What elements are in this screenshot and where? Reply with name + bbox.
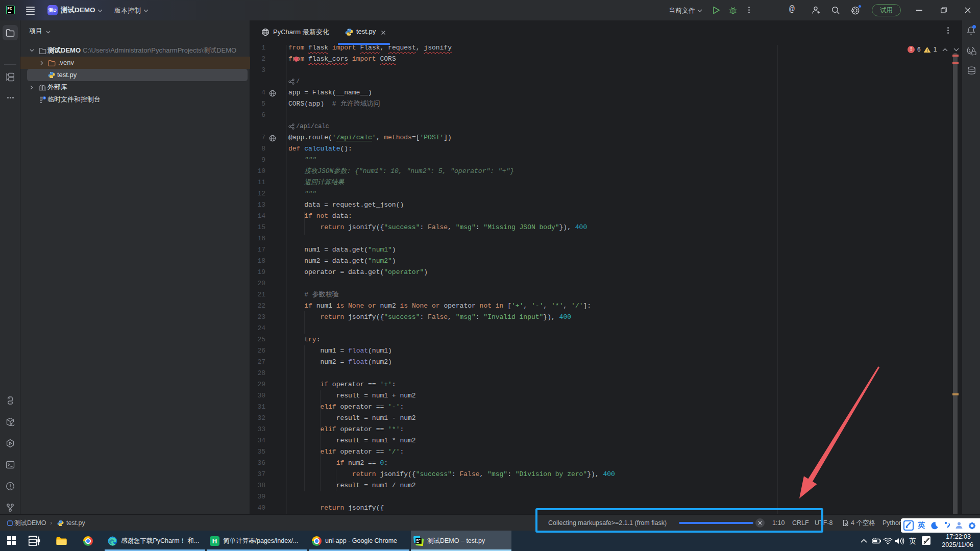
svg-text:PC: PC <box>416 539 421 542</box>
